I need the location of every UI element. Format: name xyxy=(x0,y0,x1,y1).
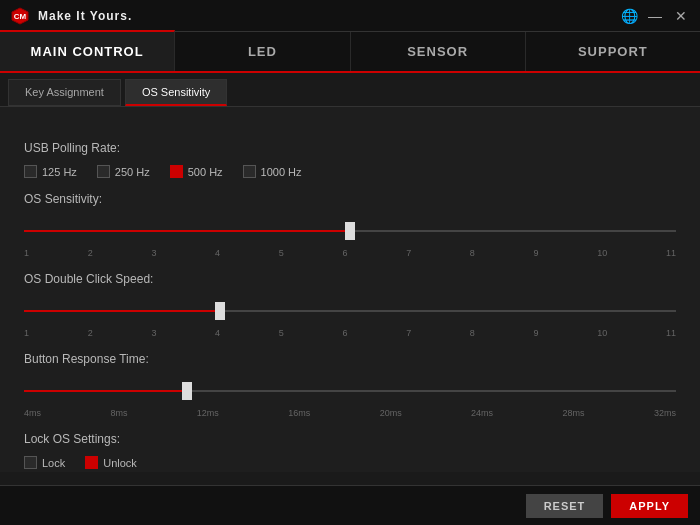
os-double-click-labels: 1 2 3 4 5 6 7 8 9 10 11 xyxy=(24,328,676,338)
brt-label-24ms: 24ms xyxy=(471,408,493,418)
polling-250hz[interactable]: 250 Hz xyxy=(97,165,150,178)
os-sensitivity-slider-container xyxy=(24,216,676,246)
main-tabs: MAIN CONTROL LED SENSOR SUPPORT xyxy=(0,32,700,73)
dcs-label-2: 2 xyxy=(88,328,93,338)
checkbox-unlock[interactable] xyxy=(85,456,98,469)
button-response-label: Button Response Time: xyxy=(24,352,676,366)
title-bar: CM Make It Yours. 🌐 — ✕ xyxy=(0,0,700,32)
os-double-click-track xyxy=(24,310,676,312)
footer: RESET APPLY xyxy=(0,485,700,525)
os-double-click-thumb[interactable] xyxy=(215,302,225,320)
label-4: 4 xyxy=(215,248,220,258)
label-9: 9 xyxy=(534,248,539,258)
title-bar-left: CM Make It Yours. xyxy=(10,6,132,26)
globe-icon[interactable]: 🌐 xyxy=(620,7,638,25)
button-response-section: Button Response Time: 4ms 8ms 12ms 16ms … xyxy=(24,352,676,418)
content-area: USB Polling Rate: 125 Hz 250 Hz 500 Hz 1… xyxy=(0,107,700,472)
dcs-label-10: 10 xyxy=(597,328,607,338)
label-500hz: 500 Hz xyxy=(188,166,223,178)
tab-support[interactable]: SUPPORT xyxy=(526,32,700,71)
os-double-click-slider-container xyxy=(24,296,676,326)
label-1000hz: 1000 Hz xyxy=(261,166,302,178)
os-sensitivity-section: OS Sensitivity: 1 2 3 4 5 6 7 8 9 10 11 xyxy=(24,192,676,258)
svg-text:CM: CM xyxy=(14,12,27,21)
checkbox-125hz[interactable] xyxy=(24,165,37,178)
label-1: 1 xyxy=(24,248,29,258)
polling-rate-options: 125 Hz 250 Hz 500 Hz 1000 Hz xyxy=(24,165,676,178)
os-sensitivity-thumb[interactable] xyxy=(345,222,355,240)
dcs-label-4: 4 xyxy=(215,328,220,338)
unlock-option[interactable]: Unlock xyxy=(85,456,137,469)
dcs-label-8: 8 xyxy=(470,328,475,338)
label-3: 3 xyxy=(151,248,156,258)
app-title: Make It Yours. xyxy=(38,9,132,23)
tab-led[interactable]: LED xyxy=(175,32,350,71)
polling-125hz[interactable]: 125 Hz xyxy=(24,165,77,178)
os-sensitivity-labels: 1 2 3 4 5 6 7 8 9 10 11 xyxy=(24,248,676,258)
dcs-label-9: 9 xyxy=(534,328,539,338)
lock-options: Lock Unlock xyxy=(24,456,676,469)
checkbox-1000hz[interactable] xyxy=(243,165,256,178)
lock-option[interactable]: Lock xyxy=(24,456,65,469)
lock-os-settings-label: Lock OS Settings: xyxy=(24,432,676,446)
title-bar-right: 🌐 — ✕ xyxy=(620,7,690,25)
checkbox-250hz[interactable] xyxy=(97,165,110,178)
close-button[interactable]: ✕ xyxy=(672,7,690,25)
brt-label-4ms: 4ms xyxy=(24,408,41,418)
polling-500hz[interactable]: 500 Hz xyxy=(170,165,223,178)
minimize-button[interactable]: — xyxy=(646,7,664,25)
reset-button[interactable]: RESET xyxy=(526,494,604,518)
label-8: 8 xyxy=(470,248,475,258)
label-7: 7 xyxy=(406,248,411,258)
brt-label-16ms: 16ms xyxy=(288,408,310,418)
os-sensitivity-label: OS Sensitivity: xyxy=(24,192,676,206)
dcs-label-6: 6 xyxy=(342,328,347,338)
brt-label-20ms: 20ms xyxy=(380,408,402,418)
tab-sensor[interactable]: SENSOR xyxy=(351,32,526,71)
os-double-click-section: OS Double Click Speed: 1 2 3 4 5 6 7 8 9… xyxy=(24,272,676,338)
button-response-slider-container xyxy=(24,376,676,406)
button-response-track xyxy=(24,390,676,392)
checkbox-lock[interactable] xyxy=(24,456,37,469)
label-250hz: 250 Hz xyxy=(115,166,150,178)
polling-1000hz[interactable]: 1000 Hz xyxy=(243,165,302,178)
dcs-label-11: 11 xyxy=(666,328,676,338)
subtab-os-sensitivity[interactable]: OS Sensitivity xyxy=(125,79,227,106)
label-unlock: Unlock xyxy=(103,457,137,469)
label-5: 5 xyxy=(279,248,284,258)
apply-button[interactable]: APPLY xyxy=(611,494,688,518)
tab-main-control[interactable]: MAIN CONTROL xyxy=(0,30,175,71)
cooler-master-logo-icon: CM xyxy=(10,6,30,26)
brt-label-12ms: 12ms xyxy=(197,408,219,418)
label-10: 10 xyxy=(597,248,607,258)
dcs-label-7: 7 xyxy=(406,328,411,338)
dcs-label-3: 3 xyxy=(151,328,156,338)
button-response-fill xyxy=(24,390,187,392)
brt-label-28ms: 28ms xyxy=(563,408,585,418)
button-response-labels: 4ms 8ms 12ms 16ms 20ms 24ms 28ms 32ms xyxy=(24,408,676,418)
button-response-thumb[interactable] xyxy=(182,382,192,400)
os-double-click-fill xyxy=(24,310,220,312)
os-double-click-label: OS Double Click Speed: xyxy=(24,272,676,286)
brt-label-32ms: 32ms xyxy=(654,408,676,418)
subtab-key-assignment[interactable]: Key Assignment xyxy=(8,79,121,106)
brt-label-8ms: 8ms xyxy=(110,408,127,418)
label-lock: Lock xyxy=(42,457,65,469)
dcs-label-1: 1 xyxy=(24,328,29,338)
label-125hz: 125 Hz xyxy=(42,166,77,178)
usb-polling-rate-label: USB Polling Rate: xyxy=(24,141,676,155)
checkbox-500hz[interactable] xyxy=(170,165,183,178)
label-11: 11 xyxy=(666,248,676,258)
os-sensitivity-fill xyxy=(24,230,350,232)
label-2: 2 xyxy=(88,248,93,258)
sub-tabs: Key Assignment OS Sensitivity xyxy=(0,73,700,107)
dcs-label-5: 5 xyxy=(279,328,284,338)
label-6: 6 xyxy=(342,248,347,258)
